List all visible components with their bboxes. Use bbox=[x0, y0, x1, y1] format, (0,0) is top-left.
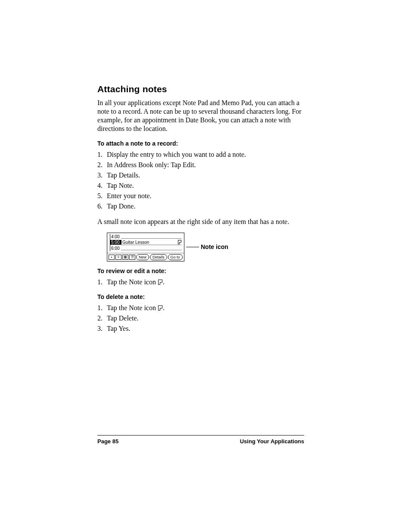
view-dot-icon: • bbox=[109, 255, 115, 260]
note-icon bbox=[178, 240, 181, 244]
page-content: Attaching notes In all your applications… bbox=[97, 84, 304, 340]
new-button: New bbox=[136, 254, 149, 260]
step-text: Tap the Note icon . bbox=[107, 278, 165, 286]
view-week-icon: ▦ bbox=[122, 255, 128, 260]
page-footer: Page 85 Using Your Applications bbox=[97, 435, 304, 445]
step-text: Tap Details. bbox=[107, 171, 140, 179]
after-steps-paragraph: A small note icon appears at the right s… bbox=[97, 218, 304, 227]
step-text: Tap Yes. bbox=[107, 325, 130, 333]
step-text: Tap Delete. bbox=[107, 314, 139, 322]
list-item: 1. Tap the Note icon . bbox=[97, 277, 304, 287]
footer-section: Using Your Applications bbox=[240, 438, 304, 445]
figure: 4:00 5:00 Guitar Lesson 6:00 • ≡ bbox=[107, 233, 304, 261]
intro-paragraph: In all your applications except Note Pad… bbox=[97, 99, 304, 133]
palm-screenshot: 4:00 5:00 Guitar Lesson 6:00 • ≡ bbox=[107, 233, 184, 261]
view-month-icon: ☰ bbox=[129, 255, 135, 260]
list-item: 3.Tap Details. bbox=[97, 170, 304, 180]
step-text: Enter your note. bbox=[107, 192, 152, 200]
schedule-area: 4:00 5:00 Guitar Lesson 6:00 bbox=[107, 233, 184, 251]
step-text: Display the entry to which you want to a… bbox=[107, 151, 246, 159]
list-item: 2.Tap Delete. bbox=[97, 313, 304, 324]
list-item: 1. Tap the Note icon . bbox=[97, 303, 304, 313]
schedule-row: 5:00 Guitar Lesson bbox=[110, 240, 182, 246]
step-text: Tap the Note icon . bbox=[107, 304, 165, 312]
list-item: 4.Tap Note. bbox=[97, 180, 304, 191]
section-title: Attaching notes bbox=[97, 84, 304, 94]
review-heading: To review or edit a note: bbox=[97, 268, 304, 274]
callout-line bbox=[186, 247, 199, 247]
entry-line bbox=[121, 234, 181, 239]
list-item: 2.In Address Book only: Tap Edit. bbox=[97, 160, 304, 170]
review-steps: 1. Tap the Note icon . bbox=[97, 277, 304, 287]
attach-steps: 1.Display the entry to which you want to… bbox=[97, 149, 304, 212]
details-button: Details bbox=[150, 254, 167, 260]
delete-steps: 1. Tap the Note icon . 2.Tap Delete. 3.T… bbox=[97, 303, 304, 334]
time-label-selected: 5:00 bbox=[110, 240, 121, 245]
goto-button: Go to bbox=[168, 254, 183, 260]
step-text: In Address Book only: Tap Edit. bbox=[107, 161, 196, 169]
list-item: 5.Enter your note. bbox=[97, 191, 304, 201]
schedule-row: 6:00 bbox=[110, 246, 182, 251]
list-item: 3.Tap Yes. bbox=[97, 324, 304, 334]
entry-line bbox=[121, 246, 181, 250]
entry-line: Guitar Lesson bbox=[121, 240, 181, 245]
callout-label: Note icon bbox=[201, 243, 228, 250]
entry-text: Guitar Lesson bbox=[122, 240, 149, 245]
delete-heading: To delete a note: bbox=[97, 293, 304, 300]
note-icon bbox=[158, 305, 162, 311]
step-text: Tap Done. bbox=[107, 202, 135, 210]
step-text: Tap Note. bbox=[107, 182, 134, 190]
time-label: 6:00 bbox=[110, 246, 121, 251]
footer-page: Page 85 bbox=[97, 438, 118, 445]
note-icon bbox=[158, 280, 162, 285]
attach-heading: To attach a note to a record: bbox=[97, 140, 304, 147]
schedule-row: 4:00 bbox=[110, 234, 182, 240]
list-item: 1.Display the entry to which you want to… bbox=[97, 149, 304, 160]
time-label: 4:00 bbox=[110, 234, 121, 239]
palm-toolbar: • ≡ ▦ ☰ New Details Go to bbox=[107, 253, 184, 261]
view-list-icon: ≡ bbox=[115, 255, 121, 260]
list-item: 6.Tap Done. bbox=[97, 201, 304, 212]
